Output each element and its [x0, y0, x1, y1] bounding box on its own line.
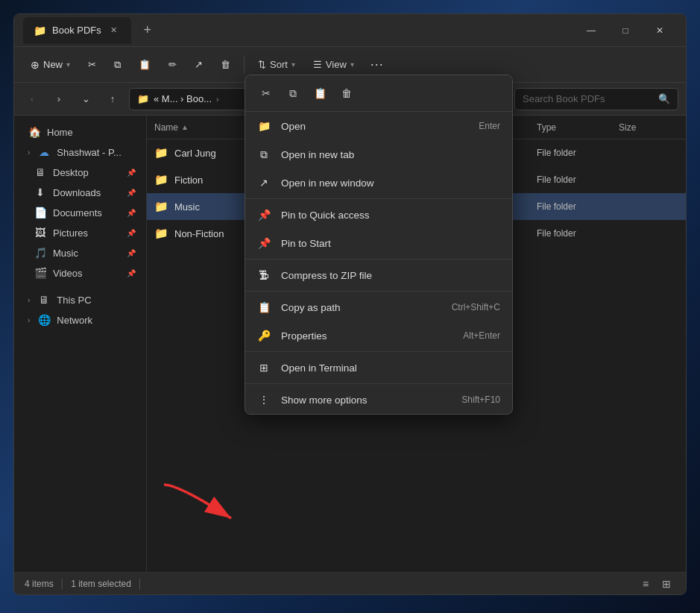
view-icon: ☰ [313, 59, 322, 70]
sort-button[interactable]: ⇅ Sort ▾ [250, 55, 303, 74]
share-icon: ↗ [195, 59, 203, 70]
pin-icon-downloads: 📌 [127, 189, 136, 197]
cm-more-options-item[interactable]: ⋮ Show more options Shift+F10 [245, 386, 512, 414]
shashwat-expand-icon: › [28, 148, 30, 157]
cm-compress-item[interactable]: 🗜 Compress to ZIP file [245, 261, 512, 289]
sidebar-item-desktop[interactable]: 🖥 Desktop 📌 [23, 163, 143, 182]
sidebar-item-this-pc[interactable]: › 🖥 This PC [17, 290, 143, 309]
cm-terminal-label: Open in Terminal [281, 362, 500, 374]
copy-button[interactable]: ⧉ [107, 55, 128, 75]
new-label: New [43, 59, 63, 70]
paste-button[interactable]: 📋 [131, 55, 158, 74]
close-button[interactable]: ✕ [643, 19, 677, 43]
status-separator2: │ [137, 579, 143, 589]
cm-compress-icon: 🗜 [257, 268, 271, 282]
sort-label: Sort [270, 59, 288, 70]
window-controls: — □ ✕ [574, 19, 677, 43]
new-icon: ⊕ [31, 59, 40, 71]
path-chevron-icon: › [216, 95, 219, 104]
pictures-icon: 🖼 [34, 227, 47, 239]
tiles-view-button[interactable]: ⊞ [658, 575, 675, 593]
cm-pin-start-item[interactable]: 📌 Pin to Start [245, 229, 512, 257]
cm-delete-button[interactable]: 🗑 [335, 81, 359, 105]
search-box[interactable]: Search Book PDFs 🔍 [514, 88, 678, 110]
sidebar-item-downloads[interactable]: ⬇ Downloads 📌 [23, 183, 143, 202]
more-options-button[interactable]: ··· [365, 53, 390, 76]
maximize-button[interactable]: □ [608, 19, 643, 43]
sidebar-desktop-label: Desktop [53, 167, 89, 178]
column-name-label: Name [154, 122, 178, 133]
new-tab-button[interactable]: + [137, 20, 158, 41]
items-count: 4 items [25, 579, 54, 589]
cm-pin-quick-item[interactable]: 📌 Pin to Quick access [245, 201, 512, 229]
status-separator: │ [60, 579, 66, 589]
cm-copy-button[interactable]: ⧉ [281, 81, 305, 105]
sidebar-item-home[interactable]: 🏠 Home [17, 122, 143, 142]
sidebar-item-pictures[interactable]: 🖼 Pictures 📌 [23, 223, 143, 242]
cm-properties-item[interactable]: 🔑 Properties Alt+Enter [245, 321, 512, 350]
sidebar: 🏠 Home › ☁ Shashwat - P... 🖥 Desktop 📌 ⬇… [14, 116, 147, 572]
view-button[interactable]: ☰ View ▾ [306, 55, 362, 74]
file-type: File folder [537, 201, 619, 212]
desktop-icon: 🖥 [34, 166, 47, 178]
rename-button[interactable]: ✏ [161, 55, 184, 74]
back-button[interactable]: ‹ [22, 89, 42, 110]
sidebar-network-label: Network [57, 315, 92, 326]
folder-icon: 📁 [154, 227, 168, 240]
column-type[interactable]: Type [537, 122, 619, 133]
cm-compress-label: Compress to ZIP file [281, 270, 500, 281]
folder-icon: 📁 [154, 173, 168, 186]
cm-open-tab-icon: ⧉ [257, 148, 271, 161]
quick-access-section: 🖥 Desktop 📌 ⬇ Downloads 📌 📄 Documents 📌 … [14, 163, 146, 283]
recent-button[interactable]: ⌄ [75, 89, 96, 110]
up-button[interactable]: ↑ [102, 89, 123, 110]
sidebar-item-shashwat[interactable]: › ☁ Shashwat - P... [17, 142, 143, 162]
status-bar: 4 items │ 1 item selected │ ≡ ⊞ [14, 572, 686, 594]
copy-icon: ⧉ [114, 59, 121, 71]
tab-label: Book PDFs [52, 25, 101, 36]
cm-separator-4 [245, 351, 512, 352]
search-placeholder: Search Book PDFs [523, 93, 605, 104]
share-button[interactable]: ↗ [187, 55, 210, 74]
cm-cut-button[interactable]: ✂ [254, 81, 278, 105]
cm-terminal-item[interactable]: ⊞ Open in Terminal [245, 353, 512, 382]
cm-open-icon: 📁 [257, 119, 271, 133]
cm-pin-quick-label: Pin to Quick access [281, 210, 500, 221]
cm-paste-button[interactable]: 📋 [308, 81, 332, 105]
sidebar-home-label: Home [47, 127, 73, 138]
cm-separator-5 [245, 383, 512, 384]
network-expand-icon: › [28, 316, 30, 324]
context-menu: ✂ ⧉ 📋 🗑 📁 Open Enter ⧉ Open in new tab ↗… [245, 75, 513, 415]
cm-open-item[interactable]: 📁 Open Enter [245, 112, 512, 140]
cm-separator-3 [245, 291, 512, 292]
this-pc-icon: 🖥 [37, 294, 51, 306]
new-chevron-icon: ▾ [66, 60, 70, 69]
folder-icon: 📁 [154, 146, 168, 160]
new-button[interactable]: ⊕ New ▾ [23, 55, 78, 75]
tab-close-button[interactable]: ✕ [107, 24, 121, 37]
delete-button[interactable]: 🗑 [213, 55, 238, 74]
cm-copy-path-item[interactable]: 📋 Copy as path Ctrl+Shift+C [245, 293, 512, 321]
details-view-button[interactable]: ≡ [637, 575, 655, 593]
cm-separator-1 [245, 198, 512, 199]
sidebar-item-documents[interactable]: 📄 Documents 📌 [23, 203, 143, 222]
cm-open-window-item[interactable]: ↗ Open in new window [245, 169, 512, 197]
cm-open-tab-label: Open in new tab [281, 149, 500, 160]
sidebar-item-network[interactable]: › 🌐 Network [17, 310, 143, 330]
cm-properties-label: Properties [281, 330, 453, 342]
file-name: Carl Jung [174, 148, 216, 159]
sidebar-this-pc-label: This PC [57, 295, 91, 306]
minimize-button[interactable]: — [574, 19, 608, 43]
cm-open-tab-item[interactable]: ⧉ Open in new tab [245, 140, 512, 169]
cut-button[interactable]: ✂ [81, 55, 104, 74]
cm-copy-path-icon: 📋 [257, 301, 271, 314]
view-toggle: ≡ ⊞ [637, 575, 675, 593]
sidebar-item-videos[interactable]: 🎬 Videos 📌 [23, 263, 143, 283]
cm-open-window-label: Open in new window [281, 177, 500, 189]
forward-button[interactable]: › [48, 89, 69, 110]
sidebar-item-music[interactable]: 🎵 Music 📌 [23, 243, 143, 263]
active-tab[interactable]: 📁 Book PDFs ✕ [23, 17, 131, 44]
column-size[interactable]: Size [619, 122, 678, 133]
sort-icon: ⇅ [258, 59, 266, 70]
pin-icon-desktop: 📌 [127, 169, 136, 177]
